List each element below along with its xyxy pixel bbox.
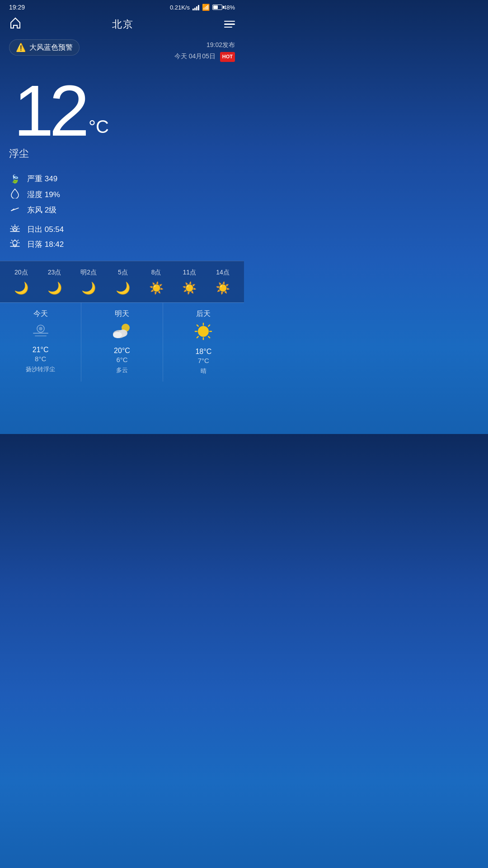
svg-line-10 <box>18 240 19 241</box>
battery-indicator: 48% <box>212 4 235 11</box>
stats-section: 🍃 严重 349 湿度 19% 东风 2级 <box>0 168 244 261</box>
sunset-value: 日落 18:42 <box>27 239 64 250</box>
hourly-item-2: 明2点 🌙 <box>80 269 97 295</box>
svg-line-27 <box>197 325 198 326</box>
sunset-icon <box>9 239 21 250</box>
daily-item-today: 今天 21°C 8°C 扬沙转浮尘 <box>0 303 81 382</box>
hourly-item-6: 14点 ☀️ <box>216 269 230 295</box>
svg-line-28 <box>209 337 210 338</box>
hourly-time-2: 明2点 <box>80 269 97 277</box>
battery-percent: 48% <box>223 4 235 11</box>
humidity-value: 湿度 19% <box>27 189 60 200</box>
svg-line-29 <box>209 325 210 326</box>
network-speed: 0.21K/s <box>170 4 190 11</box>
temperature-unit: °C <box>89 117 109 137</box>
hot-badge: HOT <box>220 52 235 62</box>
hourly-item-4: 8点 ☀️ <box>149 269 164 295</box>
status-right: 0.21K/s 📶 48% <box>170 4 235 11</box>
hourly-item-3: 5点 🌙 <box>116 269 130 295</box>
svg-line-2 <box>12 226 13 227</box>
sunrise-row: 日出 05:54 <box>9 222 235 237</box>
warning-icon: ⚠️ <box>16 42 26 52</box>
wind-value: 东风 2级 <box>27 205 56 215</box>
hourly-time-6: 14点 <box>216 269 230 277</box>
aqi-value: 严重 349 <box>27 174 57 184</box>
hourly-item-0: 20点 🌙 <box>14 269 28 295</box>
alert-label: 大风蓝色预警 <box>29 43 73 52</box>
wind-icon <box>9 205 21 215</box>
today-date: 今天 04月05日 HOT <box>174 51 235 62</box>
daily-low-today: 8°C <box>4 355 77 363</box>
status-bar: 19:29 0.21K/s 📶 48% <box>0 0 244 13</box>
daily-high-tomorrow: 20°C <box>85 347 159 355</box>
sun-icon-6: ☀️ <box>216 281 230 295</box>
daily-low-dayafter: 7°C <box>167 357 240 364</box>
svg-line-30 <box>197 337 198 338</box>
sunset-row: 日落 18:42 <box>9 237 235 252</box>
svg-point-21 <box>113 332 122 338</box>
temperature-display: 12°C <box>9 75 235 147</box>
svg-point-17 <box>39 327 42 330</box>
moon-icon-0: 🌙 <box>14 281 28 295</box>
hourly-time-4: 8点 <box>151 269 161 277</box>
humidity-row: 湿度 19% <box>9 186 235 203</box>
sunrise-icon <box>9 224 21 235</box>
city-title: 北京 <box>112 18 134 31</box>
svg-point-7 <box>13 241 17 245</box>
hourly-forecast: 20点 🌙 23点 🌙 明2点 🌙 5点 🌙 8点 ☀️ 11点 ☀️ 14点 … <box>0 261 244 302</box>
daily-high-today: 21°C <box>4 346 77 354</box>
daily-item-dayafter: 后天 18°C 7°C 晴 <box>163 303 244 382</box>
hourly-item-1: 23点 🌙 <box>47 269 62 295</box>
moon-icon-3: 🌙 <box>116 281 130 295</box>
svg-line-9 <box>12 240 13 241</box>
drop-icon <box>9 189 21 200</box>
top-nav: 北京 <box>0 13 244 38</box>
wind-row: 东风 2级 <box>9 203 235 217</box>
hourly-grid: 20点 🌙 23点 🌙 明2点 🌙 5点 🌙 8点 ☀️ 11点 ☀️ 14点 … <box>5 269 239 295</box>
publish-time: 19:02发布 <box>174 39 235 51</box>
daily-icon-today <box>4 322 77 342</box>
menu-button[interactable] <box>224 21 235 28</box>
daily-label-tomorrow: 明天 <box>85 309 159 319</box>
wifi-icon: 📶 <box>202 4 210 11</box>
moon-icon-1: 🌙 <box>47 281 62 295</box>
aqi-row: 🍃 严重 349 <box>9 171 235 186</box>
status-time: 19:29 <box>9 4 25 11</box>
hourly-time-3: 5点 <box>118 269 128 277</box>
hourly-time-5: 11点 <box>183 269 197 277</box>
daily-desc-dayafter: 晴 <box>167 367 240 375</box>
sun-icon-4: ☀️ <box>149 281 164 295</box>
hourly-time-0: 20点 <box>14 269 28 277</box>
svg-line-3 <box>18 226 19 227</box>
sunrise-value: 日出 05:54 <box>27 224 64 235</box>
temperature-section: 12°C <box>0 66 244 151</box>
daily-desc-today: 扬沙转浮尘 <box>4 365 77 373</box>
temperature-value: 12 <box>9 70 85 151</box>
daily-label-today: 今天 <box>4 309 77 319</box>
home-button[interactable] <box>9 16 22 32</box>
sun-icon-5: ☀️ <box>182 281 197 295</box>
hourly-time-1: 23点 <box>48 269 61 277</box>
daily-icon-dayafter <box>167 322 240 344</box>
signal-icon <box>192 4 199 10</box>
hourly-item-5: 11点 ☀️ <box>182 269 197 295</box>
daily-item-tomorrow: 明天 20°C 6°C 多云 <box>81 303 163 382</box>
alert-badge[interactable]: ⚠️ 大风蓝色预警 <box>9 39 80 56</box>
moon-icon-2: 🌙 <box>81 281 96 295</box>
daily-label-dayafter: 后天 <box>167 309 240 319</box>
daily-forecast: 今天 21°C 8°C 扬沙转浮尘 明天 20°C 6°C <box>0 302 244 382</box>
leaf-icon: 🍃 <box>9 174 21 184</box>
alert-row: ⚠️ 大风蓝色预警 19:02发布 今天 04月05日 HOT <box>0 38 244 66</box>
daily-high-dayafter: 18°C <box>167 348 240 356</box>
daily-low-tomorrow: 6°C <box>85 356 159 363</box>
date-info: 19:02发布 今天 04月05日 HOT <box>174 39 235 62</box>
daily-desc-tomorrow: 多云 <box>85 366 159 374</box>
daily-icon-tomorrow <box>85 322 159 343</box>
svg-point-22 <box>198 326 209 337</box>
